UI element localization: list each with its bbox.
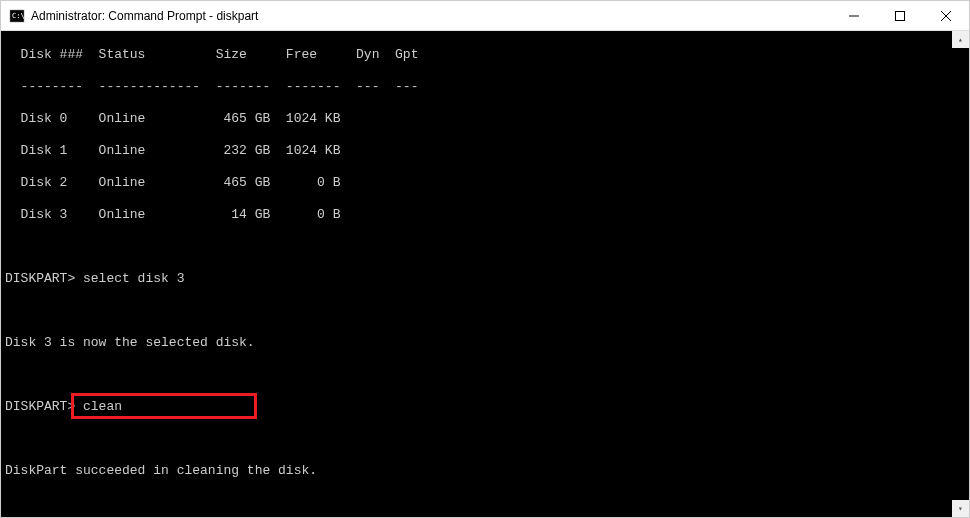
cmd-icon: C:\: [9, 8, 25, 24]
svg-text:C:\: C:\: [12, 12, 25, 20]
svg-rect-3: [896, 11, 905, 20]
cmd-line: DISKPART> clean: [5, 399, 965, 415]
blank-line: [5, 367, 965, 383]
close-button[interactable]: [923, 1, 969, 30]
blank-line: [5, 239, 965, 255]
window-controls: [831, 1, 969, 30]
blank-line: [5, 431, 965, 447]
minimize-button[interactable]: [831, 1, 877, 30]
terminal-area[interactable]: ▴ ▾ Disk ### Status Size Free Dyn Gpt --…: [1, 31, 969, 517]
window-title: Administrator: Command Prompt - diskpart: [31, 9, 831, 23]
scrollbar-down-button[interactable]: ▾: [952, 500, 969, 517]
scrollbar-up-button[interactable]: ▴: [952, 31, 969, 48]
disk-row: Disk 1 Online 232 GB 1024 KB: [5, 143, 965, 159]
disk-row: Disk 0 Online 465 GB 1024 KB: [5, 111, 965, 127]
output-line: Disk 3 is now the selected disk.: [5, 335, 965, 351]
titlebar[interactable]: C:\ Administrator: Command Prompt - disk…: [1, 1, 969, 31]
disk-row: Disk 2 Online 465 GB 0 B: [5, 175, 965, 191]
disk-row: Disk 3 Online 14 GB 0 B: [5, 207, 965, 223]
blank-line: [5, 303, 965, 319]
output-line: DiskPart succeeded in cleaning the disk.: [5, 463, 965, 479]
disk-table-divider: -------- ------------- ------- ------- -…: [5, 79, 965, 95]
disk-table-header: Disk ### Status Size Free Dyn Gpt: [5, 47, 965, 63]
cmd-line: DISKPART> select disk 3: [5, 271, 965, 287]
cmd-window: C:\ Administrator: Command Prompt - disk…: [0, 0, 970, 518]
maximize-button[interactable]: [877, 1, 923, 30]
blank-line: [5, 495, 965, 511]
terminal-content: Disk ### Status Size Free Dyn Gpt ------…: [5, 31, 965, 517]
